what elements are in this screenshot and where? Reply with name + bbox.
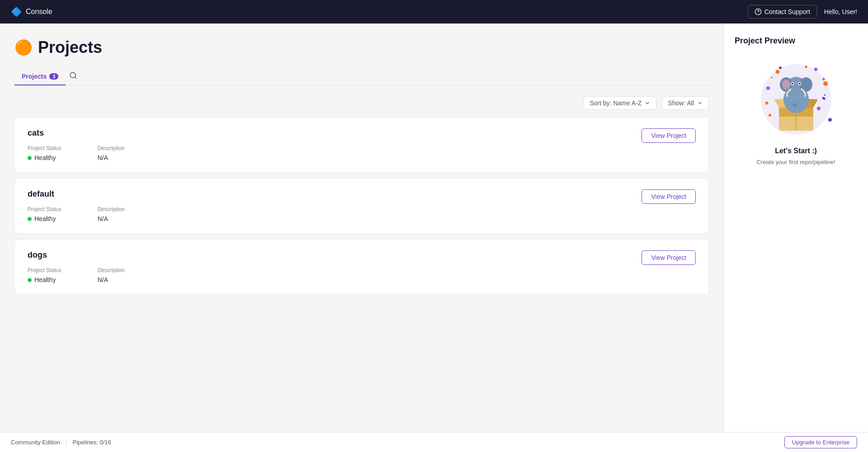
project-description-section-cats: Description N/A xyxy=(98,145,125,161)
project-card-cats-left: cats Project Status Healthy Description … xyxy=(28,128,642,161)
svg-text:✦: ✦ xyxy=(821,76,826,83)
content-area: 🟠 Projects Projects 3 Sort by: Name A-Z xyxy=(0,24,723,432)
preview-illustration: ✦ ✦ ✦ xyxy=(735,56,857,138)
elephant-box-illustration: ✦ ✦ ✦ xyxy=(755,56,837,138)
project-status-label-dogs: Project Status xyxy=(28,267,61,273)
svg-line-3 xyxy=(75,77,76,78)
preview-cta-desc: Create your first repo/pipeline! xyxy=(735,159,857,165)
project-status-label-default: Project Status xyxy=(28,206,61,212)
preview-cta-title: Let's Start :) xyxy=(735,147,857,155)
project-meta-default: Project Status Healthy Description N/A xyxy=(28,206,642,222)
show-chevron-icon xyxy=(697,100,703,106)
project-status-value-cats: Healthy xyxy=(28,154,61,161)
view-project-button-dogs[interactable]: View Project xyxy=(642,250,696,265)
contact-support-button[interactable]: Contact Support xyxy=(748,5,817,19)
header-left: 🔷 Console xyxy=(11,6,52,17)
show-select-wrapper[interactable]: Show: All xyxy=(662,96,709,110)
footer-divider: | xyxy=(66,439,67,446)
projects-icon: 🟠 xyxy=(14,39,33,56)
svg-point-8 xyxy=(766,86,770,90)
svg-point-15 xyxy=(828,118,832,122)
project-meta-cats: Project Status Healthy Description N/A xyxy=(28,145,642,161)
project-name-cats: cats xyxy=(28,128,642,138)
project-description-value-dogs: N/A xyxy=(98,276,125,283)
project-status-section-cats: Project Status Healthy xyxy=(28,145,61,161)
view-project-button-default[interactable]: View Project xyxy=(642,189,696,204)
svg-text:✦: ✦ xyxy=(770,75,774,80)
project-description-value-default: N/A xyxy=(98,215,125,222)
status-dot-default xyxy=(28,217,32,221)
project-description-value-cats: N/A xyxy=(98,154,125,161)
page-title: Projects xyxy=(38,38,102,57)
svg-point-11 xyxy=(779,66,782,69)
header: 🔷 Console Contact Support Hello, User! xyxy=(0,0,868,24)
tab-projects-label: Projects xyxy=(22,73,47,80)
main-layout: 🟠 Projects Projects 3 Sort by: Name A-Z xyxy=(0,24,868,432)
project-status-section-dogs: Project Status Healthy xyxy=(28,267,61,283)
project-meta-dogs: Project Status Healthy Description N/A xyxy=(28,267,642,283)
svg-point-30 xyxy=(799,83,801,85)
project-status-value-default: Healthy xyxy=(28,215,61,222)
preview-sidebar-title: Project Preview xyxy=(735,36,857,46)
projects-list: cats Project Status Healthy Description … xyxy=(14,117,709,295)
project-status-value-dogs: Healthy xyxy=(28,276,61,283)
project-card-dogs-left: dogs Project Status Healthy Description … xyxy=(28,250,642,283)
edition-label: Community Edition xyxy=(11,439,60,446)
page-header: 🟠 Projects xyxy=(14,38,709,57)
search-icon xyxy=(69,71,77,80)
project-card-dogs: dogs Project Status Healthy Description … xyxy=(14,239,709,295)
sort-select-wrapper[interactable]: Sort by: Name A-Z xyxy=(584,96,656,110)
search-button[interactable] xyxy=(66,68,81,85)
project-description-section-dogs: Description N/A xyxy=(98,267,125,283)
upgrade-to-enterprise-button[interactable]: Upgrade to Enterprise xyxy=(784,436,857,448)
project-description-label-cats: Description xyxy=(98,145,125,151)
project-card-default: default Project Status Healthy Descripti… xyxy=(14,178,709,234)
project-description-label-dogs: Description xyxy=(98,267,125,273)
support-icon xyxy=(755,8,762,15)
project-description-label-default: Description xyxy=(98,206,125,212)
tab-projects[interactable]: Projects 3 xyxy=(14,68,66,85)
status-dot-cats xyxy=(28,156,32,160)
svg-point-25 xyxy=(782,80,790,89)
tabs-bar: Projects 3 xyxy=(14,68,709,85)
svg-point-12 xyxy=(817,107,821,110)
project-status-section-default: Project Status Healthy xyxy=(28,206,61,222)
tab-projects-badge: 3 xyxy=(49,73,58,80)
footer: Community Edition | Pipelines: 0/16 Upgr… xyxy=(0,432,868,452)
console-logo-icon: 🔷 xyxy=(11,6,22,17)
svg-point-28 xyxy=(792,83,793,85)
project-description-section-default: Description N/A xyxy=(98,206,125,222)
project-name-default: default xyxy=(28,189,642,199)
svg-point-2 xyxy=(71,72,76,78)
header-title: Console xyxy=(26,8,52,16)
pipelines-label: Pipelines: 0/16 xyxy=(73,439,111,446)
footer-left: Community Edition | Pipelines: 0/16 xyxy=(11,439,111,446)
project-preview-sidebar: Project Preview xyxy=(723,24,868,432)
hello-user-label: Hello, User! xyxy=(824,8,857,15)
status-dot-dogs xyxy=(28,278,32,282)
header-right: Contact Support Hello, User! xyxy=(748,5,857,19)
project-status-label-cats: Project Status xyxy=(28,145,61,151)
sort-label: Sort by: Name A-Z xyxy=(590,99,642,107)
show-label: Show: All xyxy=(668,99,694,107)
svg-point-13 xyxy=(769,114,771,117)
svg-text:✦: ✦ xyxy=(823,93,826,97)
project-name-dogs: dogs xyxy=(28,250,642,260)
project-card-cats: cats Project Status Healthy Description … xyxy=(14,117,709,173)
svg-point-26 xyxy=(793,103,797,107)
sort-chevron-icon xyxy=(644,100,651,106)
filter-bar: Sort by: Name A-Z Show: All xyxy=(14,96,709,110)
view-project-button-cats[interactable]: View Project xyxy=(642,128,696,143)
project-card-default-left: default Project Status Healthy Descripti… xyxy=(28,189,642,222)
